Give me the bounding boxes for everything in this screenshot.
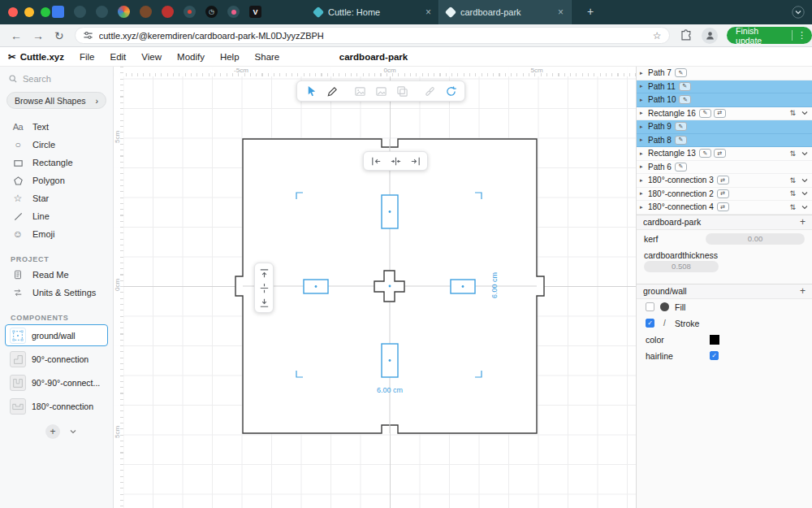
pen-tool-icon[interactable]: [326, 85, 339, 98]
disclosure-caret-icon[interactable]: ▸: [640, 204, 648, 211]
disclosure-caret-icon[interactable]: ▸: [640, 124, 648, 130]
layer-row[interactable]: ▸ Path 11 ✎: [637, 80, 812, 94]
fill-swatch[interactable]: [660, 302, 669, 311]
layer-row[interactable]: ▸ 180°-connection 2 ⇄ ⇅: [637, 188, 812, 202]
layer-row[interactable]: ▸ Rectangle 13 ✎ ⇄ ⇅: [637, 147, 812, 161]
tool-circle[interactable]: ○Circle: [0, 136, 113, 154]
project-params-header[interactable]: cardboard-park +: [637, 215, 812, 230]
layer-row[interactable]: ▸ Path 10 ✎: [637, 93, 812, 107]
align-middle-icon[interactable]: [257, 281, 270, 294]
bookmark-star-icon[interactable]: ☆: [653, 30, 662, 41]
add-param-button[interactable]: +: [800, 216, 806, 228]
forward-button[interactable]: →: [32, 30, 44, 41]
tab-cuttle-home[interactable]: Cuttle: Home ×: [307, 0, 439, 24]
kerf-value-field[interactable]: 0.00: [706, 233, 805, 245]
refresh-button[interactable]: ↻: [54, 30, 64, 41]
layer-row[interactable]: ▸ Path 9 ✎: [637, 120, 812, 134]
edit-pencil-icon[interactable]: ✎: [699, 149, 711, 158]
browse-all-shapes-button[interactable]: Browse All Shapes ›: [6, 92, 106, 109]
extension-icon[interactable]: [184, 6, 196, 18]
tab-search-chevron-icon[interactable]: [792, 6, 805, 19]
disclosure-caret-icon[interactable]: ▸: [640, 70, 648, 76]
reorder-icon[interactable]: ⇅: [789, 176, 796, 185]
reorder-icon[interactable]: ⇅: [789, 150, 796, 158]
menu-help[interactable]: Help: [220, 52, 240, 62]
component-180-connection[interactable]: 180°-connection: [5, 395, 108, 417]
layer-row[interactable]: ▸ Rectangle 16 ✎ ⇄ ⇅: [637, 107, 812, 121]
stroke-checkbox[interactable]: ✓: [646, 319, 654, 328]
menu-modify[interactable]: Modify: [177, 52, 205, 62]
component-instance-icon[interactable]: ⇄: [714, 109, 726, 118]
back-button[interactable]: ←: [11, 30, 22, 41]
align-left-icon[interactable]: [369, 154, 382, 167]
edit-pencil-icon[interactable]: ✎: [675, 136, 687, 145]
component-90-connection[interactable]: 90°-connection: [5, 348, 108, 370]
layer-row[interactable]: ▸ Path 8 ✎: [637, 134, 812, 148]
chevron-down-icon[interactable]: [801, 204, 808, 211]
menu-share[interactable]: Share: [255, 52, 280, 62]
cuttle-logo[interactable]: ✂ Cuttle.xyz: [8, 51, 64, 63]
disclosure-caret-icon[interactable]: ▸: [640, 190, 648, 197]
component-instance-icon[interactable]: ⇄: [717, 202, 729, 211]
hairline-checkbox[interactable]: ✓: [710, 351, 719, 360]
profile-avatar[interactable]: [702, 28, 718, 44]
clock-extension-icon[interactable]: ◷: [205, 6, 218, 18]
chevron-down-icon[interactable]: [70, 428, 76, 435]
site-settings-icon[interactable]: [83, 30, 93, 41]
align-center-icon[interactable]: [389, 154, 402, 167]
component-instance-icon[interactable]: ⇄: [717, 176, 729, 185]
tool-emoji[interactable]: ☺Emoji: [0, 225, 113, 243]
align-right-icon[interactable]: [408, 154, 421, 167]
edit-pencil-icon[interactable]: ✎: [679, 82, 691, 91]
mask-tool-icon[interactable]: [395, 85, 408, 98]
close-window-button[interactable]: [8, 7, 18, 17]
edit-pencil-icon[interactable]: ✎: [675, 68, 687, 77]
update-menu-dots-icon[interactable]: ⋮: [792, 30, 806, 41]
chevron-down-icon[interactable]: [801, 190, 808, 197]
layer-row[interactable]: ▸ 180°-connection 3 ⇄ ⇅: [637, 174, 812, 188]
disclosure-caret-icon[interactable]: ▸: [640, 110, 648, 116]
rotate-tool-icon[interactable]: [444, 85, 457, 98]
edit-pencil-icon[interactable]: ✎: [675, 163, 687, 172]
extension-icon[interactable]: [162, 6, 174, 18]
search-input[interactable]: Search: [8, 74, 105, 84]
menu-view[interactable]: View: [141, 52, 162, 62]
fill-checkbox[interactable]: [646, 302, 654, 311]
sidebar-item-readme[interactable]: Read Me: [0, 266, 113, 284]
component-ground-wall[interactable]: ground/wall: [5, 324, 108, 346]
edit-pencil-icon[interactable]: ✎: [699, 109, 711, 118]
extension-icon[interactable]: [227, 6, 240, 18]
align-top-icon[interactable]: [257, 267, 270, 280]
extensions-puzzle-icon[interactable]: [680, 29, 693, 42]
layer-row[interactable]: ▸ Path 6 ✎: [637, 161, 812, 175]
close-tab-icon[interactable]: ×: [425, 7, 431, 18]
edit-pencil-icon[interactable]: ✎: [675, 122, 687, 131]
chevron-down-icon[interactable]: [801, 150, 808, 157]
stroke-color-swatch[interactable]: [710, 335, 719, 345]
reorder-icon[interactable]: ⇅: [789, 189, 796, 198]
chevron-down-icon[interactable]: [801, 177, 808, 184]
edit-pencil-icon[interactable]: ✎: [679, 95, 691, 104]
sidebar-item-units-settings[interactable]: Units & Settings: [0, 284, 113, 302]
zoom-window-button[interactable]: [41, 7, 50, 17]
new-tab-button[interactable]: +: [583, 5, 598, 20]
menu-file[interactable]: File: [80, 52, 95, 62]
extension-icon[interactable]: [118, 6, 130, 18]
frame-tool-icon[interactable]: [353, 85, 366, 98]
tool-rectangle[interactable]: Rectangle: [0, 154, 113, 172]
add-style-button[interactable]: +: [800, 285, 806, 297]
tool-text[interactable]: AaText: [0, 118, 113, 136]
layer-row[interactable]: ▸ Path 7 ✎: [637, 67, 812, 80]
design-canvas[interactable]: -5cm 0cm 5cm 5cm 0cm 5cm 6.00 cm 6.00 cm: [114, 67, 636, 508]
extension-icon[interactable]: [96, 6, 108, 18]
menu-edit[interactable]: Edit: [110, 52, 127, 62]
component-90-90-connection[interactable]: 90°-90°-connect...: [5, 371, 108, 393]
disclosure-caret-icon[interactable]: ▸: [640, 163, 648, 170]
reorder-icon[interactable]: ⇅: [789, 203, 796, 211]
disclosure-caret-icon[interactable]: ▸: [640, 97, 648, 103]
close-tab-icon[interactable]: ×: [558, 7, 564, 18]
extension-icon[interactable]: [74, 6, 86, 18]
extension-icon[interactable]: [140, 6, 152, 18]
disclosure-caret-icon[interactable]: ▸: [640, 150, 648, 157]
tool-star[interactable]: ☆Star: [0, 189, 113, 207]
